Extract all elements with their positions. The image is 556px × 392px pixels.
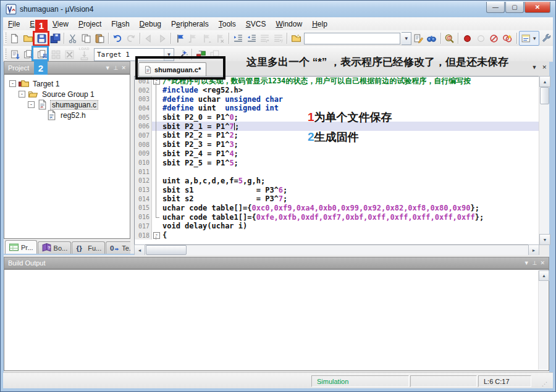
code-line-018[interactable]: 018-{ [135,231,539,240]
editor-vertical-scrollbar[interactable]: ▲ ▼ [539,76,549,245]
document-search-button[interactable] [411,31,425,45]
collapse-icon[interactable]: - [28,101,35,108]
redo-icon [125,33,136,44]
copy-button[interactable] [80,31,93,45]
scroll-thumb[interactable] [146,245,187,255]
bookmark-clear-button[interactable] [214,31,227,45]
stop-build-button[interactable] [62,48,76,61]
resize-grip[interactable]: ⋰ [533,375,552,387]
code-line-012[interactable]: 012uint a,b,c,d,e,f=5,g,h; [135,177,539,186]
fold-collapse-icon[interactable]: - [153,232,160,239]
scroll-down-icon[interactable]: ▼ [539,234,550,245]
undo-button[interactable] [111,31,124,45]
code-line-011[interactable]: 011 [135,167,539,177]
code-line-015[interactable]: 015uchar code table[]={0xc0,0xf9,0xa4,0x… [135,204,539,213]
bookmark-prev-button[interactable] [187,31,200,45]
line-number: 015 [135,204,152,213]
annotation-build-note: 2生成固件 [308,130,359,144]
toolbar-grip[interactable] [4,49,7,60]
nav-forward-button[interactable] [156,31,169,45]
editor-horizontal-scrollbar[interactable]: ◄ ► [134,245,539,255]
uncomment-button[interactable]: */ [272,31,285,45]
maximize-button[interactable]: ▢ [505,2,524,13]
menu-file[interactable]: File [3,19,25,30]
find-input[interactable] [304,33,400,44]
panel-menu-icon[interactable]: ▼ [105,65,111,71]
code-line-017[interactable]: 017void delay(uchar i) [135,222,539,231]
menu-help[interactable]: Help [307,19,332,30]
close-icon[interactable]: ✕ [121,65,126,71]
translate-button[interactable] [8,48,22,61]
panel-tab-pr[interactable]: Pr... [5,240,37,254]
build-output-scrollbar[interactable]: ▲ [538,270,548,370]
indent-more-button[interactable] [231,31,245,45]
scroll-up-icon[interactable]: ▲ [539,76,550,87]
breakpoint-kill-button[interactable] [501,31,515,45]
code-line-014[interactable]: 014sbit s2 = P3^7; [135,194,539,204]
tree-item-source-group-1[interactable]: -Source Group 1 [4,89,130,99]
pin-icon[interactable]: ⊥ [114,65,119,71]
toolbar-grip[interactable] [4,33,7,44]
bookmark-next-button[interactable] [200,31,214,45]
chevron-down-icon[interactable]: ▼ [402,32,411,45]
tree-item-shumaguan-c[interactable]: -shumaguan.c [4,99,130,110]
menu-peripherals[interactable]: Peripherals [166,19,214,30]
menu-flash[interactable]: Flash [106,19,134,30]
comment-button[interactable]: /* [258,31,272,45]
new-file-button[interactable] [8,31,22,45]
panel-tab-fu[interactable]: {}Fu... [72,241,105,254]
menu-svcs[interactable]: SVCS [241,19,271,30]
paste-button[interactable] [93,31,107,45]
find-button[interactable] [425,31,439,45]
code-line-016[interactable]: 016uchar code table1[]={0xfe,0xfb,0xdf,0… [135,212,539,222]
collapse-icon[interactable]: - [19,91,25,98]
annotation-save-note: 1为单个文件保存 [308,110,392,125]
close-icon[interactable]: ✕ [540,260,545,266]
panel-menu-icon[interactable]: ▼ [524,260,529,266]
copy-icon [81,33,91,44]
pin-icon[interactable]: ⊥ [533,260,537,266]
tree-item-target-1[interactable]: -Target 1 [4,78,130,89]
menu-tools[interactable]: Tools [214,19,241,30]
scroll-up-icon[interactable]: ▲ [539,270,549,281]
window-select-button[interactable]: ▼ [519,31,540,46]
minimize-button[interactable]: — [486,2,505,13]
wrench-button[interactable] [539,31,553,45]
save-all-button[interactable] [48,31,62,45]
find-in-files-button[interactable] [289,31,303,45]
find-at-button[interactable]: @ [443,31,457,45]
batch-build-button[interactable] [49,48,62,61]
breakpoint-disable-button[interactable] [487,31,501,45]
nav-back-button[interactable] [142,31,156,45]
indent-less-button[interactable] [245,31,258,45]
bookmark-button[interactable] [173,31,187,45]
menu-window[interactable]: Window [271,19,307,30]
code-line-002[interactable]: 002#include <reg52.h> [135,86,539,95]
code-line-003[interactable]: 003#define uchar unsigned char [135,94,539,104]
breakpoint-enable-button[interactable] [474,31,487,45]
chevron-down-icon[interactable]: ▼ [532,36,537,41]
build-output-content[interactable]: ▲ [4,269,549,371]
hfile-icon [46,110,57,120]
code-text: uint a,b,c,d,e,f=5,g,h; [160,177,539,185]
code-line-010[interactable]: 010sbit P2_5 = P1^5; [135,158,539,167]
code-editor[interactable]: 001-/*此程序可以实现，数码管显示1234的状态，用户可以自己根据前边的试验… [134,76,539,245]
code-line-009[interactable]: 009sbit P2_4 = P1^4; [135,149,539,159]
scroll-thumb[interactable] [540,87,549,104]
scroll-left-icon[interactable]: ◄ [134,244,145,256]
close-document-icon[interactable]: ✕ [542,64,547,70]
tab-list-icon[interactable]: ▼ [532,64,537,70]
load-button[interactable]: LOAD [76,48,92,61]
menu-debug[interactable]: Debug [135,19,166,30]
scroll-right-icon[interactable]: ► [528,244,539,256]
cut-button[interactable] [66,31,80,45]
menu-project[interactable]: Project [74,19,106,30]
breakpoint-insert-button[interactable] [460,31,474,45]
tree-item-reg52-h[interactable]: reg52.h [4,110,130,120]
collapse-icon[interactable]: - [9,80,16,87]
redo-button[interactable] [124,31,138,45]
menu-view[interactable]: View [48,19,74,30]
panel-tab-bo[interactable]: ?Bo... [38,241,72,254]
code-line-013[interactable]: 013sbit s1 = P3^6; [135,185,539,194]
close-button[interactable]: ✕ [524,2,550,13]
